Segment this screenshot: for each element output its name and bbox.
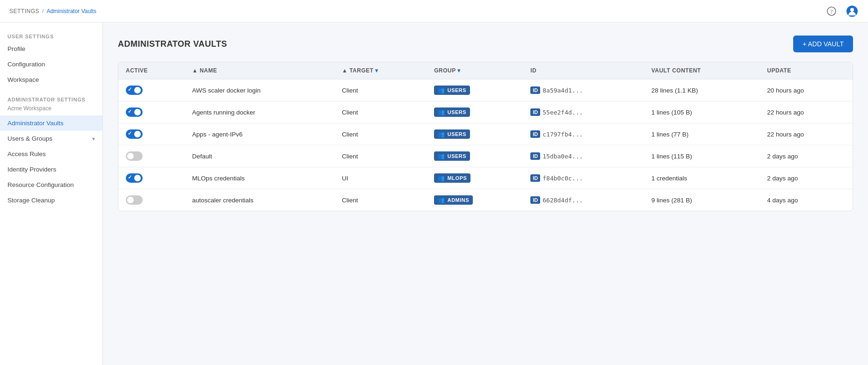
cell-target: Client: [334, 145, 427, 167]
sidebar-item-resource-configuration[interactable]: Resource Configuration: [0, 177, 102, 193]
col-update: UPDATE: [760, 62, 853, 79]
id-value: 15dba0e4...: [542, 153, 583, 160]
sidebar-item-configuration[interactable]: Configuration: [0, 57, 102, 72]
cell-group: 👥 USERS: [427, 101, 523, 123]
cell-name: Agents running docker: [185, 101, 334, 123]
user-settings-label: USER SETTINGS: [0, 30, 102, 41]
id-label: ID: [530, 174, 540, 182]
table-body: AWS scaler docker loginClient👥 USERSID8a…: [118, 79, 853, 211]
id-value: 6628d4df...: [542, 197, 583, 204]
group-badge: 👥 USERS: [434, 107, 470, 117]
sidebar-item-configuration-label: Configuration: [7, 61, 45, 68]
toggle-switch[interactable]: [126, 173, 143, 183]
id-label: ID: [530, 152, 540, 160]
id-value: c1797fb4...: [542, 131, 583, 138]
group-icon: 👥: [438, 87, 445, 93]
sidebar-item-access-rules-label: Access Rules: [7, 150, 46, 157]
cell-active: [118, 189, 185, 211]
table-row: MLOps credentialsUI👥 MLOPSIDf84b0c0c...1…: [118, 167, 853, 189]
id-label: ID: [530, 86, 540, 94]
table-row: AWS scaler docker loginClient👥 USERSID8a…: [118, 79, 853, 101]
breadcrumb-settings: SETTINGS: [9, 8, 39, 14]
cell-name: MLOps credentials: [185, 167, 334, 189]
toggle-switch[interactable]: [126, 129, 143, 139]
sidebar-item-administrator-vaults-label: Administrator Vaults: [7, 120, 64, 127]
cell-group: 👥 ADMINS: [427, 189, 523, 211]
cell-group: 👥 USERS: [427, 123, 523, 145]
table-row: DefaultClient👥 USERSID15dba0e4...1 lines…: [118, 145, 853, 167]
group-icon: 👥: [438, 131, 445, 137]
sidebar-item-workspace[interactable]: Workspace: [0, 72, 102, 87]
breadcrumb-current: Administrator Vaults: [47, 8, 96, 14]
col-vault-content: VAULT CONTENT: [644, 62, 760, 79]
col-group[interactable]: GROUP ▾: [427, 62, 523, 79]
main-content: ADMINISTRATOR VAULTS + ADD VAULT ACTIVE …: [103, 22, 868, 365]
help-icon[interactable]: ?: [825, 5, 838, 18]
cell-target: Client: [334, 189, 427, 211]
id-value: f84b0c0c...: [542, 175, 583, 182]
cell-id: IDf84b0c0c...: [523, 167, 644, 189]
header-icons: ?: [825, 5, 859, 18]
cell-id: ID6628d4df...: [523, 189, 644, 211]
col-name[interactable]: ▲ NAME: [185, 62, 334, 79]
cell-update: 20 hours ago: [760, 79, 853, 101]
breadcrumb: SETTINGS / Administrator Vaults: [9, 7, 96, 14]
vaults-table: ACTIVE ▲ NAME ▲ TARGET ▾ GROUP ▾ ID: [118, 62, 853, 211]
cell-vault-content: 28 lines (1.1 KB): [644, 79, 760, 101]
admin-settings-label: ADMINISTRATOR SETTINGS: [0, 93, 102, 104]
svg-text:?: ?: [830, 8, 832, 15]
toggle-switch[interactable]: [126, 107, 143, 117]
toggle-switch[interactable]: [126, 151, 143, 161]
col-active: ACTIVE: [118, 62, 185, 79]
id-badge: IDc1797fb4...: [530, 130, 583, 138]
sidebar-item-identity-providers[interactable]: Identity Providers: [0, 162, 102, 177]
user-avatar[interactable]: [846, 5, 859, 18]
id-label: ID: [530, 196, 540, 204]
group-icon: 👥: [438, 175, 445, 181]
table-header: ACTIVE ▲ NAME ▲ TARGET ▾ GROUP ▾ ID: [118, 62, 853, 79]
cell-id: ID55ee2f4d...: [523, 101, 644, 123]
sidebar-item-access-rules[interactable]: Access Rules: [0, 146, 102, 162]
cell-group: 👥 USERS: [427, 145, 523, 167]
cell-group: 👥 USERS: [427, 79, 523, 101]
group-badge: 👥 ADMINS: [434, 195, 473, 205]
group-badge: 👥 USERS: [434, 86, 470, 95]
cell-active: [118, 123, 185, 145]
cell-update: 4 days ago: [760, 189, 853, 211]
sidebar-item-workspace-label: Workspace: [7, 76, 39, 83]
sidebar-item-storage-cleanup[interactable]: Storage Cleanup: [0, 193, 102, 208]
toggle-switch[interactable]: [126, 86, 143, 95]
sidebar-item-profile-label: Profile: [7, 45, 25, 52]
svg-point-3: [850, 8, 854, 12]
cell-active: [118, 101, 185, 123]
cell-name: AWS scaler docker login: [185, 79, 334, 101]
cell-vault-content: 1 credentials: [644, 167, 760, 189]
id-badge: IDf84b0c0c...: [530, 174, 583, 182]
sidebar-item-storage-cleanup-label: Storage Cleanup: [7, 197, 55, 204]
col-target[interactable]: ▲ TARGET ▾: [334, 62, 427, 79]
chevron-down-icon: ▾: [92, 136, 95, 142]
cell-target: UI: [334, 167, 427, 189]
sidebar-item-profile[interactable]: Profile: [0, 41, 102, 57]
toggle-switch[interactable]: [126, 195, 143, 205]
id-badge: ID6628d4df...: [530, 196, 583, 204]
group-icon: 👥: [438, 153, 445, 159]
group-badge: 👥 USERS: [434, 151, 470, 161]
page-title: ADMINISTRATOR VAULTS: [118, 39, 227, 49]
app-layout: SETTINGS / Administrator Vaults ?: [0, 0, 868, 365]
cell-id: IDc1797fb4...: [523, 123, 644, 145]
cell-update: 2 days ago: [760, 145, 853, 167]
cell-update: 2 days ago: [760, 167, 853, 189]
cell-id: ID8a59a4d1...: [523, 79, 644, 101]
cell-name: Apps - agent-IPv6: [185, 123, 334, 145]
cell-target: Client: [334, 101, 427, 123]
id-badge: ID8a59a4d1...: [530, 86, 583, 94]
sidebar-item-users-groups[interactable]: Users & Groups ▾: [0, 131, 102, 146]
cell-active: [118, 79, 185, 101]
cell-vault-content: 1 lines (105 B): [644, 101, 760, 123]
cell-target: Client: [334, 123, 427, 145]
sidebar-item-administrator-vaults[interactable]: Administrator Vaults: [0, 115, 102, 131]
sidebar-item-resource-configuration-label: Resource Configuration: [7, 181, 74, 188]
add-vault-button[interactable]: + ADD VAULT: [793, 36, 853, 52]
cell-id: ID15dba0e4...: [523, 145, 644, 167]
